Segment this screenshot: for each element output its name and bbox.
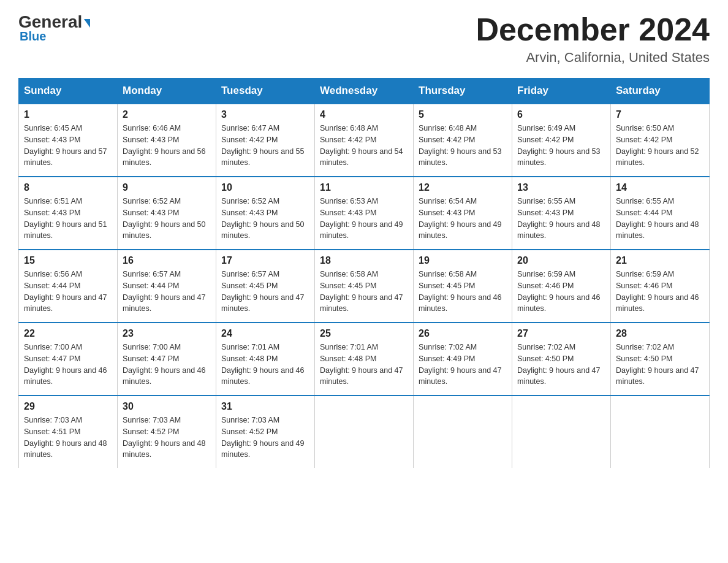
day-number: 30 [123,401,211,412]
day-info: Sunrise: 6:55 AM Sunset: 4:43 PM Dayligh… [517,196,605,242]
day-info: Sunrise: 6:58 AM Sunset: 4:45 PM Dayligh… [320,269,408,315]
day-number: 12 [419,182,507,193]
logo: General Blue [18,12,90,44]
col-friday: Friday [512,79,611,104]
calendar-header-row: Sunday Monday Tuesday Wednesday Thursday… [19,79,710,104]
day-info: Sunrise: 6:54 AM Sunset: 4:43 PM Dayligh… [419,196,507,242]
day-number: 9 [123,182,211,193]
table-row: 11 Sunrise: 6:53 AM Sunset: 4:43 PM Dayl… [315,177,414,250]
day-info: Sunrise: 6:57 AM Sunset: 4:44 PM Dayligh… [123,269,211,315]
day-info: Sunrise: 7:02 AM Sunset: 4:50 PM Dayligh… [517,342,605,388]
table-row: 16 Sunrise: 6:57 AM Sunset: 4:44 PM Dayl… [118,250,216,323]
day-number: 18 [320,255,408,266]
table-row: 25 Sunrise: 7:01 AM Sunset: 4:48 PM Dayl… [315,323,414,396]
day-number: 22 [24,328,112,339]
title-section: December 2024 Arvin, California, United … [476,12,710,66]
day-number: 7 [616,109,704,120]
table-row: 5 Sunrise: 6:48 AM Sunset: 4:42 PM Dayli… [414,104,512,177]
day-number: 1 [24,109,112,120]
logo-blue: Blue [18,29,46,44]
month-title: December 2024 [476,12,710,47]
day-number: 23 [123,328,211,339]
day-number: 3 [221,109,309,120]
day-info: Sunrise: 7:00 AM Sunset: 4:47 PM Dayligh… [123,342,211,388]
table-row [414,396,512,468]
calendar-week-row: 8 Sunrise: 6:51 AM Sunset: 4:43 PM Dayli… [19,177,710,250]
table-row: 2 Sunrise: 6:46 AM Sunset: 4:43 PM Dayli… [118,104,216,177]
day-number: 31 [221,401,309,412]
day-info: Sunrise: 6:51 AM Sunset: 4:43 PM Dayligh… [24,196,112,242]
day-info: Sunrise: 6:59 AM Sunset: 4:46 PM Dayligh… [517,269,605,315]
page-header: General Blue December 2024 Arvin, Califo… [18,12,710,66]
day-info: Sunrise: 6:48 AM Sunset: 4:42 PM Dayligh… [419,123,507,169]
calendar-table: Sunday Monday Tuesday Wednesday Thursday… [18,78,710,468]
table-row: 8 Sunrise: 6:51 AM Sunset: 4:43 PM Dayli… [19,177,118,250]
day-number: 8 [24,182,112,193]
day-number: 14 [616,182,704,193]
table-row [315,396,414,468]
table-row: 29 Sunrise: 7:03 AM Sunset: 4:51 PM Dayl… [19,396,118,468]
day-number: 27 [517,328,605,339]
day-number: 16 [123,255,211,266]
day-info: Sunrise: 6:53 AM Sunset: 4:43 PM Dayligh… [320,196,408,242]
table-row: 19 Sunrise: 6:58 AM Sunset: 4:45 PM Dayl… [414,250,512,323]
col-tuesday: Tuesday [216,79,315,104]
day-number: 15 [24,255,112,266]
day-number: 21 [616,255,704,266]
table-row [512,396,611,468]
col-monday: Monday [118,79,216,104]
col-thursday: Thursday [414,79,512,104]
table-row: 28 Sunrise: 7:02 AM Sunset: 4:50 PM Dayl… [611,323,710,396]
table-row: 21 Sunrise: 6:59 AM Sunset: 4:46 PM Dayl… [611,250,710,323]
calendar-week-row: 1 Sunrise: 6:45 AM Sunset: 4:43 PM Dayli… [19,104,710,177]
day-info: Sunrise: 7:03 AM Sunset: 4:52 PM Dayligh… [123,415,211,461]
table-row: 31 Sunrise: 7:03 AM Sunset: 4:52 PM Dayl… [216,396,315,468]
day-number: 4 [320,109,408,120]
day-number: 19 [419,255,507,266]
table-row: 10 Sunrise: 6:52 AM Sunset: 4:43 PM Dayl… [216,177,315,250]
table-row: 13 Sunrise: 6:55 AM Sunset: 4:43 PM Dayl… [512,177,611,250]
day-info: Sunrise: 6:46 AM Sunset: 4:43 PM Dayligh… [123,123,211,169]
day-info: Sunrise: 6:55 AM Sunset: 4:44 PM Dayligh… [616,196,704,242]
day-number: 11 [320,182,408,193]
day-info: Sunrise: 6:48 AM Sunset: 4:42 PM Dayligh… [320,123,408,169]
day-info: Sunrise: 6:47 AM Sunset: 4:42 PM Dayligh… [221,123,309,169]
day-info: Sunrise: 7:03 AM Sunset: 4:51 PM Dayligh… [24,415,112,461]
table-row [611,396,710,468]
day-info: Sunrise: 6:45 AM Sunset: 4:43 PM Dayligh… [24,123,112,169]
table-row: 14 Sunrise: 6:55 AM Sunset: 4:44 PM Dayl… [611,177,710,250]
day-info: Sunrise: 6:52 AM Sunset: 4:43 PM Dayligh… [123,196,211,242]
day-info: Sunrise: 6:52 AM Sunset: 4:43 PM Dayligh… [221,196,309,242]
day-number: 6 [517,109,605,120]
table-row: 22 Sunrise: 7:00 AM Sunset: 4:47 PM Dayl… [19,323,118,396]
table-row: 30 Sunrise: 7:03 AM Sunset: 4:52 PM Dayl… [118,396,216,468]
day-number: 10 [221,182,309,193]
table-row: 7 Sunrise: 6:50 AM Sunset: 4:42 PM Dayli… [611,104,710,177]
day-info: Sunrise: 7:01 AM Sunset: 4:48 PM Dayligh… [320,342,408,388]
table-row: 17 Sunrise: 6:57 AM Sunset: 4:45 PM Dayl… [216,250,315,323]
day-number: 24 [221,328,309,339]
col-saturday: Saturday [611,79,710,104]
day-number: 25 [320,328,408,339]
table-row: 12 Sunrise: 6:54 AM Sunset: 4:43 PM Dayl… [414,177,512,250]
day-info: Sunrise: 6:58 AM Sunset: 4:45 PM Dayligh… [419,269,507,315]
table-row: 15 Sunrise: 6:56 AM Sunset: 4:44 PM Dayl… [19,250,118,323]
day-info: Sunrise: 7:02 AM Sunset: 4:49 PM Dayligh… [419,342,507,388]
day-number: 17 [221,255,309,266]
day-number: 28 [616,328,704,339]
table-row: 20 Sunrise: 6:59 AM Sunset: 4:46 PM Dayl… [512,250,611,323]
day-info: Sunrise: 6:59 AM Sunset: 4:46 PM Dayligh… [616,269,704,315]
day-number: 13 [517,182,605,193]
table-row: 23 Sunrise: 7:00 AM Sunset: 4:47 PM Dayl… [118,323,216,396]
table-row: 18 Sunrise: 6:58 AM Sunset: 4:45 PM Dayl… [315,250,414,323]
location: Arvin, California, United States [476,50,710,66]
day-number: 20 [517,255,605,266]
table-row: 1 Sunrise: 6:45 AM Sunset: 4:43 PM Dayli… [19,104,118,177]
day-number: 26 [419,328,507,339]
calendar-week-row: 22 Sunrise: 7:00 AM Sunset: 4:47 PM Dayl… [19,323,710,396]
day-info: Sunrise: 7:02 AM Sunset: 4:50 PM Dayligh… [616,342,704,388]
day-number: 2 [123,109,211,120]
table-row: 3 Sunrise: 6:47 AM Sunset: 4:42 PM Dayli… [216,104,315,177]
table-row: 9 Sunrise: 6:52 AM Sunset: 4:43 PM Dayli… [118,177,216,250]
day-number: 29 [24,401,112,412]
